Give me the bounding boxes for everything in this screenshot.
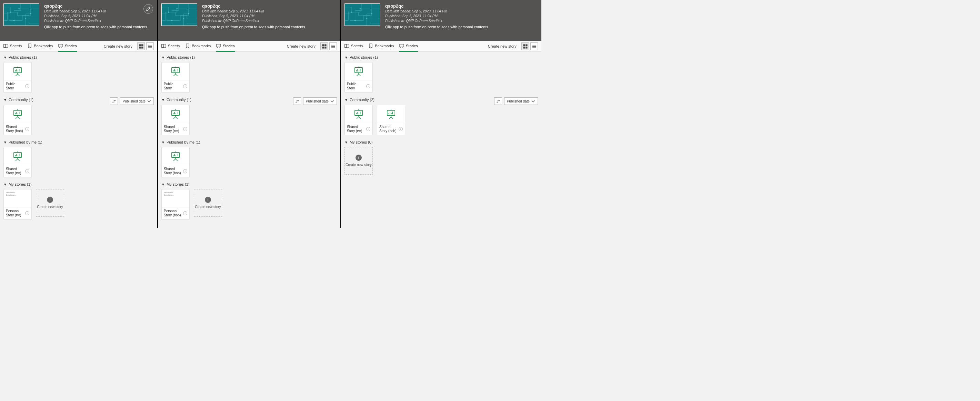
info-icon[interactable]: i	[25, 169, 29, 173]
app-panel: qsop2qc Data last loaded: Sep 5, 2023, 1…	[158, 0, 340, 228]
sort-button[interactable]	[110, 97, 118, 105]
svg-point-94	[355, 20, 356, 21]
section-header[interactable]: ▼My stories (0)	[344, 140, 373, 144]
info-icon[interactable]: i	[183, 211, 187, 215]
create-story-label: Create new story	[195, 205, 221, 209]
section-header[interactable]: ▼Published by me (1)	[161, 140, 200, 144]
list-view-button[interactable]	[329, 42, 337, 50]
app-description: Qlik app to push from on prem to saas wi…	[385, 25, 488, 29]
svg-line-20	[16, 74, 18, 76]
svg-point-50	[188, 13, 189, 14]
create-story-card[interactable]: + Create new story	[194, 189, 222, 217]
create-new-story-link[interactable]: Create new story	[287, 44, 315, 48]
story-section: ▼Public stories (1) Public Storyi	[3, 55, 154, 93]
create-new-story-link[interactable]: Create new story	[488, 44, 517, 48]
svg-rect-27	[14, 110, 21, 115]
svg-rect-13	[139, 46, 141, 48]
story-card[interactable]: Public Storyi	[3, 62, 32, 93]
story-card[interactable]: Public Storyi	[161, 62, 190, 93]
section-header[interactable]: ▼Community (2)	[344, 97, 374, 102]
story-card[interactable]: Shared Story (bob)i	[161, 147, 190, 177]
info-icon[interactable]: i	[25, 84, 29, 88]
sort-button[interactable]	[293, 97, 301, 105]
tab-stories[interactable]: Stories	[399, 41, 418, 52]
content-area: ▼Public stories (1) Public Storyi ▼Commu…	[341, 52, 541, 183]
tab-bookmarks[interactable]: Bookmarks	[368, 41, 394, 52]
tab-sheets[interactable]: Sheets	[161, 41, 180, 52]
collapse-icon: ▼	[3, 182, 7, 186]
info-icon[interactable]: i	[183, 169, 187, 173]
story-card[interactable]: Shared Story (rvr)i	[161, 105, 190, 135]
section-header[interactable]: ▼Public stories (1)	[344, 55, 378, 59]
list-view-button[interactable]	[146, 42, 154, 50]
svg-point-3	[25, 18, 26, 19]
info-icon[interactable]: i	[25, 211, 29, 215]
tab-sheets[interactable]: Sheets	[344, 41, 363, 52]
tab-bookmarks[interactable]: Bookmarks	[27, 41, 53, 52]
svg-rect-81	[172, 152, 179, 157]
sort-button[interactable]	[494, 97, 502, 105]
info-icon[interactable]: i	[399, 127, 403, 131]
svg-rect-102	[525, 44, 527, 46]
tab-stories[interactable]: Stories	[58, 41, 76, 52]
meta-publishedto: Published to: QMP OnPrem Sandbox	[202, 19, 305, 23]
story-section: ▼Community (1) Published date Shared Sto…	[3, 97, 154, 135]
section-header[interactable]: ▼Community (1)	[3, 97, 33, 102]
story-thumbnail	[162, 105, 189, 123]
grid-view-button[interactable]	[320, 42, 328, 50]
edit-button[interactable]	[143, 4, 153, 14]
svg-rect-18	[14, 67, 21, 72]
svg-rect-56	[322, 44, 324, 46]
story-card[interactable]: Shared Story (bob)i	[3, 105, 32, 135]
svg-point-92	[360, 8, 361, 9]
tab-sheets[interactable]: Sheets	[3, 41, 22, 52]
content-area: ▼Public stories (1) Public Storyi ▼Commu…	[158, 52, 340, 228]
section-header[interactable]: ▼My stories (1)	[3, 182, 32, 186]
meta-loaded: Data last loaded: Sep 5, 2023, 11:04 PM	[385, 9, 488, 13]
svg-rect-11	[139, 44, 141, 46]
story-card[interactable]: Shared Story (rvr)i	[344, 105, 373, 135]
svg-rect-57	[325, 44, 326, 46]
svg-line-119	[356, 117, 359, 119]
svg-line-129	[391, 117, 393, 119]
story-card[interactable]: Shared Story (bob)i	[377, 105, 405, 135]
story-section: ▼Public stories (1) Public Storyi	[344, 55, 538, 93]
story-card[interactable]: Hello World! Description... Personal Sto…	[161, 189, 190, 219]
story-section: ▼My stories (1) Hello World! Description…	[3, 182, 154, 219]
info-icon[interactable]: i	[366, 84, 370, 88]
story-card[interactable]: Hello World! Description... Personal Sto…	[3, 189, 32, 219]
svg-line-111	[359, 74, 361, 76]
create-story-card[interactable]: + Create new story	[344, 147, 373, 175]
create-story-card[interactable]: + Create new story	[36, 189, 64, 217]
sort-field-dropdown[interactable]: Published date	[303, 97, 337, 105]
tab-bookmarks[interactable]: Bookmarks	[185, 41, 211, 52]
grid-view-button[interactable]	[521, 42, 529, 50]
app-panel: qsop2qc Data last loaded: Sep 5, 2023, 1…	[341, 0, 541, 228]
svg-line-29	[16, 117, 18, 119]
grid-view-button[interactable]	[137, 42, 145, 50]
section-header[interactable]: ▼Public stories (1)	[161, 55, 195, 59]
svg-point-95	[371, 13, 372, 14]
section-header[interactable]: ▼My stories (1)	[161, 182, 190, 186]
section-header[interactable]: ▼Published by me (1)	[3, 140, 42, 144]
list-view-button[interactable]	[530, 42, 538, 50]
info-icon[interactable]: i	[25, 127, 29, 131]
info-icon[interactable]: i	[183, 84, 187, 88]
svg-rect-8	[59, 44, 63, 47]
section-header[interactable]: ▼Public stories (1)	[3, 55, 37, 59]
create-new-story-link[interactable]: Create new story	[104, 44, 132, 48]
svg-line-74	[173, 117, 175, 119]
app-description: Qlik app to push from on prem to saas wi…	[202, 25, 305, 29]
story-card[interactable]: Public Storyi	[344, 62, 373, 93]
info-icon[interactable]: i	[183, 127, 187, 131]
sort-field-dropdown[interactable]: Published date	[120, 97, 154, 105]
story-section: ▼Community (1) Published date Shared Sto…	[161, 97, 337, 135]
tab-stories[interactable]: Stories	[216, 41, 234, 52]
meta-publishedto: Published to: QMP OnPrem Sandbox	[44, 19, 147, 23]
sort-field-dropdown[interactable]: Published date	[504, 97, 538, 105]
info-icon[interactable]: i	[366, 127, 370, 131]
story-card[interactable]: Shared Story (rvr)i	[3, 147, 32, 177]
section-header[interactable]: ▼Community (1)	[161, 97, 191, 102]
svg-line-39	[18, 159, 20, 161]
svg-rect-51	[162, 44, 166, 48]
